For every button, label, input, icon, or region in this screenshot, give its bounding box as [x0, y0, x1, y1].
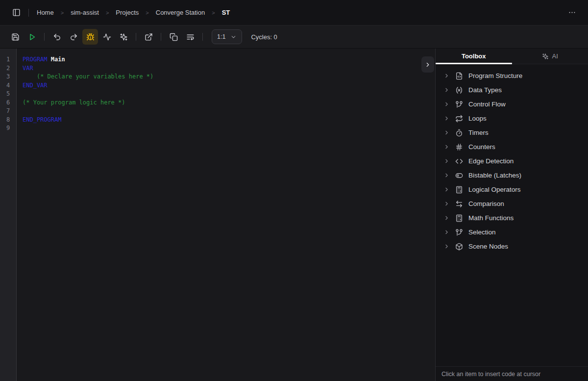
toolbox-item-control-flow[interactable]: Control Flow — [436, 97, 588, 111]
panel-collapse-button[interactable] — [421, 56, 434, 73]
toolbox-item-counters[interactable]: Counters — [436, 140, 588, 154]
tab-toolbox[interactable]: Toolbox — [436, 49, 512, 64]
chevron-right-icon — [424, 61, 431, 68]
variable-icon — [455, 86, 463, 94]
chevron-right-icon — [443, 229, 450, 235]
toolbox-item-label: Timers — [468, 129, 489, 136]
toolbox-item-scene-nodes[interactable]: Scene Nodes — [436, 239, 588, 254]
code-token-keyword: PROGRAM — [23, 56, 48, 63]
chevron-right-icon — [443, 144, 450, 150]
sparkles-icon — [542, 53, 549, 60]
undo-icon — [53, 33, 61, 41]
toolbox-item-label: Comparison — [468, 200, 504, 207]
chevron-right-icon — [443, 243, 450, 250]
chevron-right-icon — [443, 186, 450, 193]
code-line: VAR — [23, 64, 435, 73]
chevron-down-icon — [230, 34, 237, 40]
sparkles-icon — [120, 33, 128, 41]
cycles-counter: Cycles: 0 — [251, 33, 277, 41]
ai-assist-button[interactable] — [116, 29, 131, 45]
save-button[interactable] — [7, 29, 23, 45]
zoom-ratio-select[interactable]: 1:1 — [212, 29, 242, 44]
save-icon — [11, 33, 20, 41]
toolbar-divider — [202, 33, 203, 41]
toolbox-item-data-types[interactable]: Data Types — [436, 83, 588, 97]
code-token-plain — [23, 73, 37, 80]
chevron-right-icon — [443, 201, 450, 207]
toolbox-item-program-structure[interactable]: Program Structure — [436, 69, 588, 83]
toolbox-item-label: Logical Operators — [468, 186, 521, 193]
code-line: END_PROGRAM — [23, 116, 435, 125]
toolbox-item-label: Loops — [468, 115, 487, 122]
toolbox-item-label: Bistable (Latches) — [468, 172, 521, 179]
toolbox-item-label: Data Types — [468, 86, 502, 94]
tab-label: AI — [552, 52, 558, 60]
code-token-plain — [48, 56, 51, 63]
toolbox-hint-text: Click an item to insert code at cursor — [441, 371, 540, 378]
line-number: 4 — [0, 81, 16, 90]
breadcrumb-item[interactable]: Projects — [116, 9, 139, 16]
external-link-icon — [145, 33, 153, 41]
line-number: 3 — [0, 73, 16, 81]
code-line — [23, 107, 435, 116]
editor-toolbar: 1:1 Cycles: 0 — [0, 25, 588, 49]
toolbox-item-logical-operators[interactable]: Logical Operators — [436, 182, 588, 197]
toolbox-item-selection[interactable]: Selection — [436, 225, 588, 239]
line-number: 2 — [0, 64, 16, 73]
panel-footer: Click an item to insert code at cursor — [436, 366, 588, 381]
toolbox-item-bistable-latches[interactable]: Bistable (Latches) — [436, 168, 588, 182]
code-editor: 123456789 PROGRAM MainVAR (* Declare you… — [0, 49, 435, 381]
more-horizontal-icon — [568, 8, 576, 17]
chevron-right-icon — [443, 73, 450, 79]
code-icon — [455, 157, 463, 165]
code-token-ident: Main — [51, 56, 65, 63]
toolbox-item-comparison[interactable]: Comparison — [436, 197, 588, 211]
tab-label: Toolbox — [462, 52, 486, 60]
file-code-icon — [455, 72, 463, 80]
toolbox-item-label: Edge Detection — [468, 157, 514, 165]
line-number: 5 — [0, 90, 16, 99]
breadcrumb-separator: > — [61, 10, 64, 16]
undo-button[interactable] — [49, 29, 65, 45]
chevron-right-icon — [443, 129, 450, 136]
toolbox-item-edge-detection[interactable]: Edge Detection — [436, 154, 588, 168]
toolbar-divider — [136, 33, 136, 41]
toolbox-item-math-functions[interactable]: Math Functions — [436, 211, 588, 225]
breadcrumb-separator: > — [106, 10, 109, 16]
chevron-right-icon — [443, 115, 450, 122]
branch-icon — [455, 229, 463, 236]
code-token-keyword: END_PROGRAM — [23, 116, 61, 123]
code-line: (* Your program logic here *) — [23, 99, 435, 107]
open-external-button[interactable] — [141, 29, 156, 45]
repeat-icon — [455, 115, 463, 123]
run-button[interactable] — [24, 29, 40, 45]
main-area: 123456789 PROGRAM MainVAR (* Declare you… — [0, 49, 588, 381]
copy-button[interactable] — [166, 29, 181, 45]
toolbox-item-loops[interactable]: Loops — [436, 111, 588, 126]
tab-ai[interactable]: AI — [512, 49, 588, 64]
line-number: 7 — [0, 107, 16, 116]
code-line: END_VAR — [23, 81, 435, 90]
toolbox-item-timers[interactable]: Timers — [436, 126, 588, 140]
branch-icon — [455, 101, 463, 108]
toolbox-item-label: Scene Nodes — [468, 243, 508, 250]
sidebar-toggle-button[interactable] — [9, 5, 24, 20]
redo-button[interactable] — [66, 29, 81, 45]
chevron-right-icon — [443, 87, 450, 93]
wrap-text-button[interactable] — [182, 29, 198, 45]
breadcrumb-item[interactable]: Converge Station — [156, 9, 205, 16]
toolbox-item-label: Program Structure — [468, 72, 522, 79]
more-options-button[interactable] — [564, 5, 579, 20]
line-number: 6 — [0, 99, 16, 107]
chevron-right-icon — [443, 215, 450, 221]
breadcrumb-item[interactable]: Home — [37, 9, 54, 16]
debug-button[interactable] — [82, 29, 98, 45]
breadcrumb-separator: > — [146, 10, 148, 16]
line-number: 9 — [0, 124, 16, 133]
activity-button[interactable] — [99, 29, 115, 45]
chevron-right-icon — [443, 101, 450, 107]
activity-icon — [103, 33, 111, 41]
breadcrumb-item[interactable]: sim-assist — [71, 9, 99, 16]
toolbar-divider — [161, 33, 161, 41]
code-area[interactable]: PROGRAM MainVAR (* Declare your variable… — [17, 49, 435, 381]
